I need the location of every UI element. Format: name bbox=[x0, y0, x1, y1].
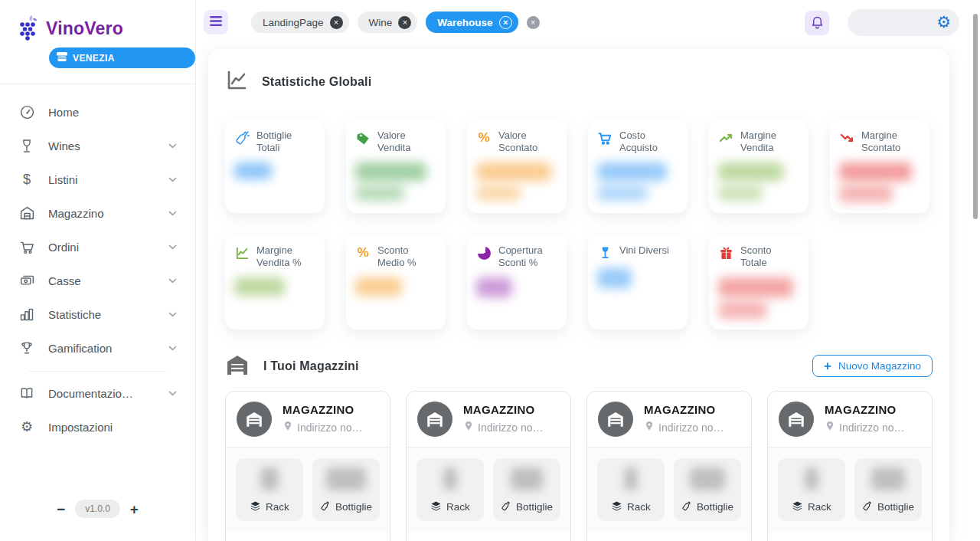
sidebar-item-casse[interactable]: Casse bbox=[11, 264, 185, 297]
stat-label: Costo Acquisto bbox=[619, 130, 678, 155]
warehouse-icon bbox=[18, 205, 35, 221]
sidebar-item-wines[interactable]: Wines bbox=[11, 129, 185, 162]
percent-icon: % bbox=[476, 130, 492, 146]
pin-icon bbox=[463, 420, 474, 434]
notifications-button[interactable] bbox=[805, 11, 829, 35]
warehouse-card[interactable]: MAGAZZINO Indirizzo no… Rack bbox=[767, 391, 933, 541]
layers-icon bbox=[792, 500, 803, 514]
user-settings-pill[interactable]: ⚙ bbox=[848, 9, 959, 36]
rack-stat: Rack bbox=[416, 458, 484, 521]
app-logo[interactable]: VinoVero bbox=[0, 0, 195, 44]
sidebar-item-ordini[interactable]: Ordini bbox=[11, 230, 185, 264]
redacted-value bbox=[355, 277, 402, 296]
tab-wine[interactable]: Wine × bbox=[358, 11, 418, 33]
stat-card-costo-acquisto[interactable]: Costo Acquisto bbox=[588, 120, 688, 213]
rack-stat: Rack bbox=[778, 458, 845, 521]
sidebar-item-impostazioni[interactable]: ⚙ Impostazioni bbox=[11, 410, 185, 444]
sidebar-item-gamification[interactable]: Gamification bbox=[11, 331, 185, 365]
sidebar-item-home[interactable]: Home bbox=[11, 95, 185, 129]
redacted-value bbox=[718, 277, 793, 297]
warehouse-address: Indirizzo no… bbox=[478, 421, 544, 434]
bottle-icon bbox=[501, 500, 511, 513]
sidebar-item-label: Statistiche bbox=[48, 308, 101, 321]
chevron-down-icon bbox=[168, 312, 177, 317]
bottles-label: Bottiglie bbox=[335, 501, 372, 513]
tab-warehouse[interactable]: Warehouse × bbox=[426, 11, 518, 33]
sidebar-item-label: Gamification bbox=[48, 342, 112, 355]
redacted-value bbox=[718, 162, 783, 181]
warehouse-title: MAGAZZINO bbox=[463, 403, 544, 416]
warehouse-card[interactable]: MAGAZZINO Indirizzo no… Rack bbox=[586, 391, 752, 541]
stat-card-margine-vendita-pct[interactable]: Margine Vendita % bbox=[225, 234, 325, 330]
sidebar-section-divider bbox=[29, 371, 166, 372]
location-badge-label: VENEZIA bbox=[73, 53, 115, 64]
menu-toggle-button[interactable] bbox=[204, 10, 228, 34]
close-icon[interactable]: × bbox=[398, 16, 411, 29]
settings-gear-icon: ⚙ bbox=[936, 15, 951, 31]
stat-card-bottiglie-totali[interactable]: Bottiglie Totali bbox=[225, 120, 325, 213]
redacted-value bbox=[326, 467, 366, 490]
sidebar-item-listini[interactable]: $ Listini bbox=[11, 162, 185, 196]
sidebar-item-label: Home bbox=[48, 106, 79, 119]
warehouse-card[interactable]: MAGAZZINO Indirizzo no… Rack bbox=[406, 391, 571, 541]
stat-card-sconto-totale[interactable]: Sconto Totale bbox=[709, 234, 808, 330]
tab-landingpage[interactable]: LandingPage × bbox=[251, 11, 349, 33]
grape-logo-icon bbox=[17, 14, 40, 44]
redacted-subvalue bbox=[718, 185, 763, 201]
location-badge[interactable]: VENEZIA bbox=[49, 48, 195, 68]
warehouse-address: Indirizzo no… bbox=[839, 421, 905, 434]
stat-label: Valore Vendita bbox=[377, 130, 436, 155]
bottle-icon bbox=[681, 500, 692, 513]
sidebar-item-label: Ordini bbox=[48, 241, 79, 254]
stat-card-valore-vendita[interactable]: Valore Vendita bbox=[346, 120, 446, 213]
sidebar-item-statistiche[interactable]: Statistiche bbox=[11, 297, 185, 331]
redacted-value bbox=[476, 162, 551, 181]
warehouse-address: Indirizzo no… bbox=[297, 421, 363, 434]
gauge-icon bbox=[18, 104, 35, 120]
stat-card-margine-vendita[interactable]: Margine Vendita bbox=[709, 120, 808, 213]
stat-card-margine-scontato[interactable]: Margine Scontato bbox=[830, 120, 929, 213]
new-warehouse-button[interactable]: + Nuovo Magazzino bbox=[812, 355, 933, 377]
close-icon[interactable]: × bbox=[499, 16, 512, 29]
warehouse-avatar bbox=[779, 402, 814, 437]
close-icon[interactable]: × bbox=[330, 16, 343, 29]
close-all-tabs-button[interactable]: × bbox=[527, 16, 540, 29]
main-panel: Statistiche Globali Bottiglie Totali bbox=[208, 49, 949, 541]
version-decrement-button[interactable]: − bbox=[57, 502, 65, 516]
stat-card-sconto-medio-pct[interactable]: % Sconto Medio % bbox=[346, 234, 446, 330]
chevron-down-icon bbox=[168, 278, 177, 284]
redacted-value bbox=[443, 467, 458, 490]
chevron-down-icon bbox=[168, 211, 177, 216]
chevron-down-icon bbox=[168, 244, 177, 250]
rack-stat: Rack bbox=[236, 458, 303, 521]
cart-icon bbox=[18, 239, 35, 255]
rack-label: Rack bbox=[446, 501, 470, 513]
cash-icon bbox=[18, 273, 35, 289]
dollar-icon: $ bbox=[18, 172, 35, 188]
sidebar-item-label: Wines bbox=[48, 139, 80, 152]
version-increment-button[interactable]: + bbox=[130, 502, 139, 516]
redacted-value bbox=[690, 467, 725, 490]
bottles-label: Bottiglie bbox=[697, 501, 733, 513]
sidebar-item-documentazione[interactable]: Documentazio… bbox=[11, 376, 185, 410]
warehouse-avatar bbox=[237, 402, 272, 437]
stat-label: Margine Vendita bbox=[740, 130, 799, 155]
bottle-icon bbox=[320, 500, 331, 513]
redacted-value bbox=[476, 277, 512, 297]
version-control: − v1.0.0 + bbox=[0, 500, 195, 518]
warehouse-title: MAGAZZINO bbox=[825, 403, 905, 416]
stat-label: Valore Scontato bbox=[498, 130, 557, 155]
sidebar-item-label: Listini bbox=[48, 173, 77, 186]
vertical-scrollbar[interactable] bbox=[973, 14, 978, 219]
stat-label: Bottiglie Totali bbox=[256, 130, 315, 155]
sidebar-item-magazzino[interactable]: Magazzino bbox=[11, 196, 185, 230]
redacted-value bbox=[234, 277, 285, 296]
warehouse-card[interactable]: MAGAZZINO Indirizzo no… Rack bbox=[225, 391, 390, 541]
hamburger-icon bbox=[210, 15, 222, 29]
stat-card-vini-diversi[interactable]: Vini Diversi bbox=[588, 234, 688, 330]
stat-card-copertura-sconti-pct[interactable]: Copertura Sconti % bbox=[467, 234, 567, 330]
redacted-value bbox=[871, 467, 904, 490]
tab-label: Warehouse bbox=[437, 17, 492, 28]
stat-card-valore-scontato[interactable]: % Valore Scontato bbox=[467, 120, 567, 213]
stat-label: Margine Vendita % bbox=[256, 244, 315, 270]
